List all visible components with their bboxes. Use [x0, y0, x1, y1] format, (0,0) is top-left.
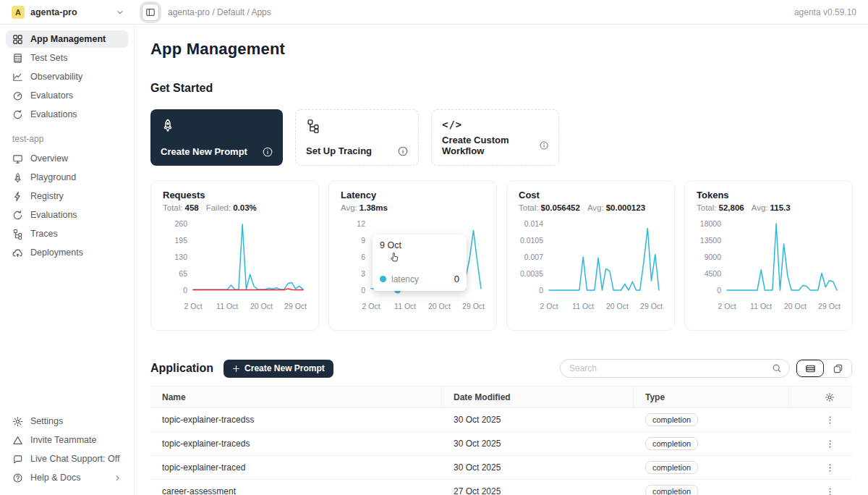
sidebar-item-traces[interactable]: Traces — [6, 225, 128, 242]
sidebar-item-app-management[interactable]: App Management — [6, 30, 128, 48]
svg-text:130: 130 — [174, 253, 187, 261]
card-view-button[interactable] — [824, 360, 851, 377]
rocket-icon — [161, 118, 175, 132]
row-menu-button[interactable] — [789, 439, 852, 449]
observability-icon — [12, 72, 23, 82]
kebab-icon — [825, 487, 835, 495]
row-menu-button[interactable] — [789, 415, 852, 425]
project-label: test-app — [12, 134, 128, 144]
bolt-icon — [12, 191, 23, 202]
sidebar-item-live-chat[interactable]: Live Chat Support: Off — [6, 450, 128, 468]
workspace-selector[interactable]: A agenta-pro — [0, 6, 135, 19]
sidebar-item-label: Evaluations — [30, 210, 77, 220]
kebab-icon — [825, 415, 835, 425]
cell-date: 30 Oct 2025 — [442, 462, 634, 473]
gear-icon[interactable] — [825, 392, 835, 402]
svg-text:65: 65 — [179, 269, 187, 278]
svg-text:9: 9 — [361, 236, 365, 245]
breadcrumb[interactable]: agenta-pro / Default / Apps — [168, 7, 271, 17]
search-input[interactable] — [569, 363, 772, 373]
get-started-heading: Get Started — [150, 82, 852, 95]
help-icon — [12, 473, 23, 483]
sidebar-item-label: Evaluations — [30, 109, 77, 119]
chat-bubble-icon — [12, 454, 23, 465]
requests-chart[interactable]: 2601951306502 Oct11 Oct20 Oct29 Oct — [163, 216, 307, 315]
card-label: Create Custom Workflow — [442, 135, 540, 156]
svg-text:11 Oct: 11 Oct — [572, 302, 594, 310]
workspace-name: agenta-pro — [30, 7, 77, 17]
kebab-icon — [825, 463, 835, 473]
sidebar-item-help-docs[interactable]: Help & Docs — [6, 469, 128, 486]
cell-name: topic-explainer-traced — [150, 462, 442, 473]
sidebar-item-label: Settings — [30, 416, 63, 426]
create-new-prompt-button[interactable]: Create New Prompt — [224, 360, 333, 378]
cost-chart[interactable]: 0.0140.01050.0070.003502 Oct11 Oct20 Oct… — [519, 216, 663, 315]
code-icon: </> — [442, 119, 548, 130]
sidebar-toggle-button[interactable] — [142, 4, 159, 21]
sidebar-item-evaluations[interactable]: Evaluations — [6, 106, 128, 123]
sidebar-item-test-sets[interactable]: Test Sets — [6, 49, 128, 67]
svg-text:13500: 13500 — [700, 236, 721, 245]
sidebar-item-label: Playground — [30, 172, 76, 182]
svg-text:11 Oct: 11 Oct — [216, 302, 238, 310]
svg-text:0: 0 — [361, 286, 365, 295]
svg-text:29 Oct: 29 Oct — [284, 302, 307, 310]
info-icon[interactable] — [398, 146, 408, 156]
column-header-type[interactable]: Type — [634, 386, 789, 407]
tooltip-date: 9 Oct — [380, 240, 459, 250]
rocket-icon — [12, 172, 23, 183]
set-up-tracing-card[interactable]: Set Up Tracing — [295, 109, 419, 166]
svg-text:20 Oct: 20 Oct — [250, 302, 273, 310]
sidebar-item-label: Invite Teammate — [30, 435, 96, 445]
cell-date: 30 Oct 2025 — [442, 439, 634, 449]
table-row[interactable]: topic-explainer-traced 30 Oct 2025 compl… — [150, 456, 852, 480]
column-header-date-modified[interactable]: Date Modified — [442, 386, 634, 407]
cell-name: career-assessment — [150, 486, 442, 495]
sidebar-item-label: Test Sets — [30, 53, 67, 63]
evaluations-icon — [12, 210, 23, 221]
type-badge: completion — [645, 437, 698, 450]
table-row[interactable]: topic-explainer-traceds 30 Oct 2025 comp… — [150, 432, 852, 456]
column-header-name[interactable]: Name — [150, 386, 442, 407]
tooltip-series: latency — [391, 274, 419, 284]
tokens-chart-card: Tokens Total:52,806 Avg:115.3 1800013500… — [684, 180, 853, 331]
sidebar-item-invite-teammate[interactable]: Invite Teammate — [6, 431, 128, 449]
svg-text:11 Oct: 11 Oct — [394, 302, 416, 310]
table-row[interactable]: career-assessment 27 Oct 2025 completion — [150, 480, 852, 495]
latency-chart-card: Latency Avg:1.38ms 1296302 Oct11 Oct20 O… — [328, 180, 497, 331]
sidebar-item-evaluations-project[interactable]: Evaluations — [6, 206, 128, 224]
svg-text:12: 12 — [357, 219, 365, 228]
svg-text:260: 260 — [174, 219, 187, 228]
sidebar-item-settings[interactable]: Settings — [6, 412, 128, 430]
metrics-charts: Requests Total:458 Failed:0.03% 26019513… — [150, 180, 852, 331]
info-icon[interactable] — [540, 140, 548, 151]
table-header: Name Date Modified Type — [150, 386, 852, 408]
chart-title: Tokens — [697, 190, 841, 200]
chart-title: Latency — [341, 190, 485, 200]
create-custom-workflow-card[interactable]: </> Create Custom Workflow — [431, 109, 559, 166]
sidebar-item-overview[interactable]: Overview — [6, 150, 128, 167]
type-badge: completion — [645, 461, 698, 474]
create-new-prompt-card[interactable]: Create New Prompt — [150, 109, 283, 166]
sidebar-item-evaluators[interactable]: Evaluators — [6, 87, 128, 104]
sidebar-item-registry[interactable]: Registry — [6, 187, 128, 205]
sidebar-item-deployments[interactable]: Deployments — [6, 244, 128, 261]
table-view-button[interactable] — [796, 360, 824, 377]
requests-chart-card: Requests Total:458 Failed:0.03% 26019513… — [150, 180, 319, 331]
search-icon[interactable] — [772, 363, 782, 373]
sidebar-item-label: Evaluators — [30, 90, 73, 101]
panel-left-icon — [145, 7, 156, 17]
cell-date: 30 Oct 2025 — [442, 415, 634, 425]
kebab-icon — [825, 439, 835, 449]
sidebar-item-observability[interactable]: Observability — [6, 68, 128, 85]
svg-text:2 Oct: 2 Oct — [184, 302, 202, 310]
sidebar-item-playground[interactable]: Playground — [6, 169, 128, 186]
svg-text:4500: 4500 — [705, 269, 722, 278]
row-menu-button[interactable] — [789, 487, 852, 495]
info-icon[interactable] — [263, 147, 273, 157]
row-menu-button[interactable] — [789, 463, 852, 473]
tokens-chart[interactable]: 18000135009000450002 Oct11 Oct20 Oct29 O… — [697, 216, 841, 315]
invite-icon — [12, 435, 23, 446]
table-row[interactable]: topic-explainer-tracedss 30 Oct 2025 com… — [150, 408, 852, 432]
application-title: Application — [150, 362, 213, 375]
